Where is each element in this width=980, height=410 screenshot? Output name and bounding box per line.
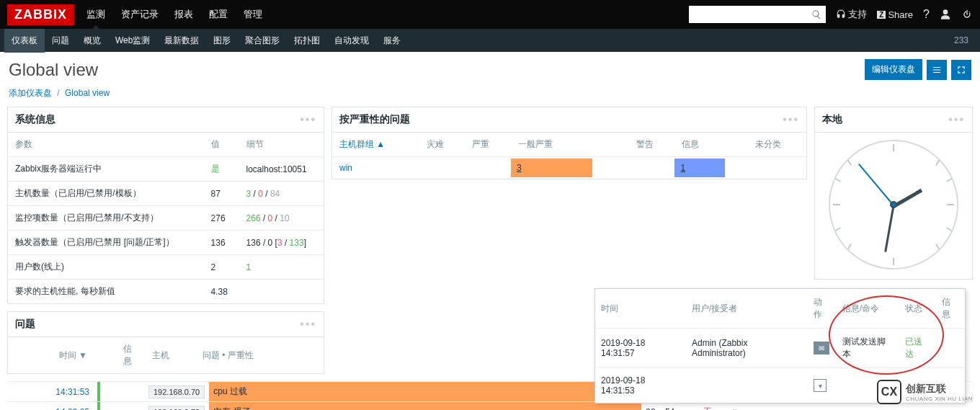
search-icon [811,9,821,19]
power-icon[interactable] [961,9,973,20]
sysinfo-table: 参数 值 细节 Zabbix服务器端运行中是localhost:10051主机数… [8,133,324,303]
severity-average-cell[interactable]: 3 [511,159,592,177]
submenu-dashboard[interactable]: 仪表板 [4,29,45,53]
tooltip-row: 2019-09-18 14:31:57Admin (Zabbix Adminis… [595,329,965,368]
sysinfo-row: 触发器数量（已启用/已禁用 [问题/正常]）136136 / 0 [3 / 13… [8,231,324,255]
analog-clock [829,140,958,269]
submenu-web[interactable]: Web监测 [108,29,157,53]
problem-time[interactable]: 14:31:53 [7,382,94,402]
brand-logo-icon: CX [877,380,901,404]
severity-table: 主机群组 ▲ 灾难 严重 一般严重 警告 信息 未分类 win 3 1 [332,133,806,179]
problems-title: 问题 [15,318,300,331]
submenu-latest[interactable]: 最新数据 [157,29,206,53]
user-icon[interactable] [940,9,951,20]
widget-menu-icon[interactable]: ••• [948,113,965,126]
sysinfo-row: 主机数量（已启用/已禁用/模板）873 / 0 / 84 [8,182,324,206]
submenu-screens[interactable]: 聚合图形 [238,29,287,53]
help-icon[interactable]: ? [923,8,930,21]
submenu-problems[interactable]: 问题 [45,29,76,53]
submenu-maps[interactable]: 拓扑图 [287,29,327,53]
list-button[interactable] [927,60,947,80]
top-bar: ZABBIX 监测 资产记录 报表 配置 管理 支持 ZShare ? [0,0,980,29]
mail-icon: ✉ [814,342,829,355]
z-icon: Z [877,11,886,19]
calendar-icon: ▾ [814,379,827,392]
headset-icon [836,9,846,19]
host-badge[interactable]: 192.168.0.70 [148,406,205,411]
minute-hand [884,205,894,252]
sysinfo-row: 监控项数量（已启用/已禁用/不支持）276266 / 0 / 10 [8,206,324,231]
page-title: Global view [9,60,865,80]
action-icon[interactable] [732,407,737,410]
sysinfo-title: 系统信息 [15,113,300,126]
support-link[interactable]: 支持 [836,8,867,21]
widget-menu-icon[interactable]: ••• [300,318,316,331]
widget-menu-icon[interactable]: ••• [300,113,316,126]
problem-time[interactable]: 14:09:25 [7,402,94,411]
fullscreen-button[interactable] [951,60,971,80]
share-link[interactable]: ZShare [877,9,913,20]
edit-dashboard-button[interactable]: 编辑仪表盘 [865,59,922,80]
problem-cell[interactable]: 内存 爆了 [209,402,641,411]
topmenu-config[interactable]: 配置 [208,1,229,28]
page-header: Global view 编辑仪表盘 [0,52,980,84]
topmenu-inventory[interactable]: 资产记录 [120,1,160,28]
clock-widget: 本地••• [814,107,973,280]
second-hand [858,164,894,206]
sysinfo-row: 用户数(线上)21 [8,255,324,280]
submenu-discovery[interactable]: 自动发现 [327,29,376,53]
breadcrumb-add[interactable]: 添加仪表盘 [9,88,52,98]
system-info-widget: 系统信息••• 参数 值 细节 Zabbix服务器端运行中是localhost:… [7,107,324,304]
search-box[interactable] [689,6,826,23]
search-input[interactable] [693,9,811,19]
logo[interactable]: ZABBIX [7,4,74,25]
sysinfo-row: 要求的主机性能, 每秒新值4.38 [8,280,324,304]
submenu-services[interactable]: 服务 [376,29,408,53]
clock-title: 本地 [822,113,948,126]
topmenu-monitor[interactable]: 监测 [85,1,107,28]
top-menu: 监测 资产记录 报表 配置 管理 [85,1,689,28]
watermark-brand: CX 创新互联 CHUANG XIN HU LIAN [877,380,973,404]
problems-widget: 问题••• 时间 ▼ 信息 主机 问题 • 严重性 [7,311,324,374]
hour-hand [893,189,922,208]
breadcrumb: 添加仪表盘 / Global view [0,84,980,107]
widget-menu-icon[interactable]: ••• [783,113,799,126]
problem-cell[interactable]: cpu 过载 [209,382,641,402]
host-badge[interactable]: 192.168.0.70 [148,386,205,398]
breadcrumb-current[interactable]: Global view [65,88,110,98]
topmenu-admin[interactable]: 管理 [242,1,264,28]
submenu-overview[interactable]: 概览 [76,29,108,53]
list-icon [932,65,942,75]
severity-row: win 3 1 [332,157,806,179]
severity-widget: 按严重性的问题••• 主机群组 ▲ 灾难 严重 一般严重 警告 信息 未分类 w… [331,107,807,179]
severity-info-cell[interactable]: 1 [674,159,725,177]
sub-menu: 仪表板 问题 概览 Web监测 最新数据 图形 聚合图形 拓扑图 自动发现 服务… [0,29,980,52]
expand-icon [956,65,966,75]
topmenu-reports[interactable]: 报表 [173,1,195,28]
problems-table: 时间 ▼ 信息 主机 问题 • 严重性 [8,337,324,373]
submenu-graphs[interactable]: 图形 [206,29,238,53]
submenu-counter: 233 [954,35,968,45]
sysinfo-row: Zabbix服务器端运行中是localhost:10051 [8,157,324,182]
severity-title: 按严重性的问题 [339,113,783,126]
